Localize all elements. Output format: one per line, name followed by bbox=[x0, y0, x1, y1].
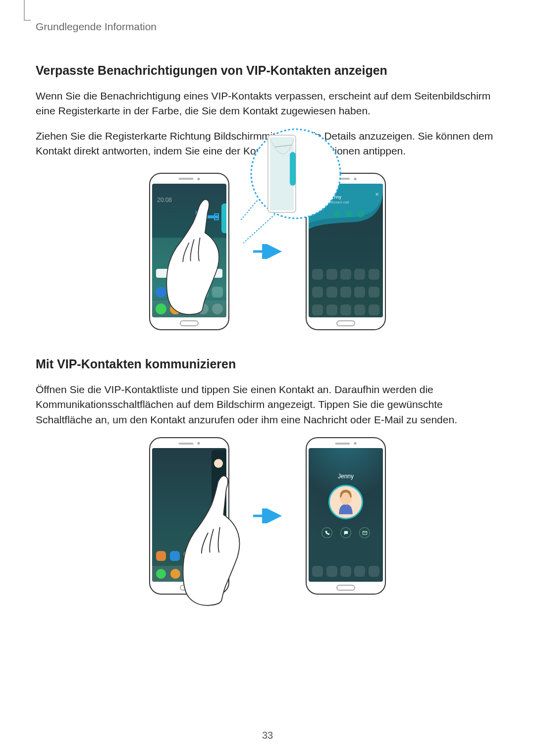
email-icon bbox=[357, 210, 364, 217]
page-number: 33 bbox=[0, 730, 535, 741]
arrow-right-icon bbox=[252, 508, 283, 523]
chapter-heading: Grundlegende Information bbox=[36, 21, 499, 33]
figure1-left-screen: 20:08 bbox=[152, 184, 226, 317]
section1-title: Verpasste Benachrichtigungen von VIP-Kon… bbox=[36, 63, 499, 78]
swipe-left-arrow-icon bbox=[196, 210, 219, 223]
contact-avatar-large bbox=[328, 485, 363, 519]
figure1: 20:08 bbox=[36, 173, 499, 330]
figure2-right-screen: Jenny bbox=[309, 448, 383, 582]
contact-avatar-small bbox=[214, 459, 223, 468]
message-icon bbox=[345, 210, 352, 217]
section2-p1: Öffnen Sie die VIP-Kontaktliste und tipp… bbox=[36, 382, 499, 427]
dock-icons bbox=[152, 566, 226, 582]
app-row-icons bbox=[152, 287, 226, 298]
page-corner-mark bbox=[24, 0, 31, 21]
zoom-circle bbox=[240, 126, 344, 255]
page-content: Grundlegende Information Verpasste Benac… bbox=[0, 0, 535, 595]
dock-icons bbox=[152, 301, 226, 317]
figure2-left-wrap bbox=[149, 437, 229, 595]
phone-top-sensors bbox=[179, 178, 200, 180]
app-row-icons bbox=[154, 551, 210, 561]
svg-line-5 bbox=[243, 214, 275, 243]
close-icon: ✕ bbox=[375, 192, 379, 197]
message-icon bbox=[340, 527, 351, 538]
figure1-left-phone: 20:08 bbox=[149, 173, 229, 330]
phone-icon bbox=[321, 527, 332, 538]
edge-people-panel bbox=[212, 450, 226, 580]
figure2-left-phone bbox=[149, 437, 229, 595]
svg-rect-8 bbox=[290, 152, 296, 186]
section2-title: Mit VIP-Kontakten kommunizieren bbox=[36, 357, 499, 371]
edge-panel-tab bbox=[221, 203, 226, 233]
contact-action-buttons bbox=[309, 527, 383, 538]
figure2-right-phone: Jenny bbox=[306, 437, 386, 595]
contact-name-label: Jenny bbox=[309, 473, 383, 480]
search-bar-placeholder bbox=[156, 269, 222, 278]
clock-widget: 20:08 bbox=[157, 197, 172, 203]
section1-p1: Wenn Sie die Benachrichtigung eines VIP-… bbox=[36, 89, 499, 119]
figure1-left-wrap: 20:08 bbox=[149, 173, 229, 330]
email-icon bbox=[359, 527, 370, 538]
svg-line-4 bbox=[240, 201, 257, 230]
figure2: Jenny bbox=[36, 437, 499, 595]
figure2-left-screen bbox=[152, 448, 226, 582]
home-button-icon bbox=[180, 320, 199, 326]
